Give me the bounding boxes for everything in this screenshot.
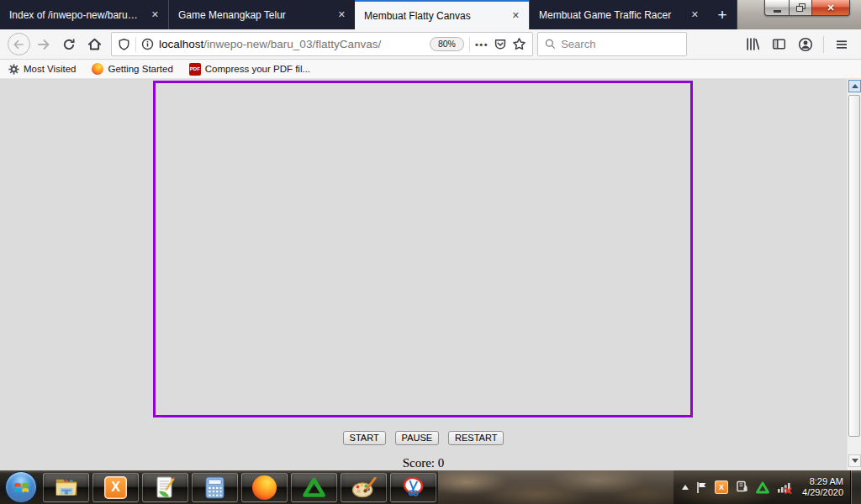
power-plug-icon[interactable] [736, 480, 748, 494]
tab-strip: Index of /inwepo-new/baru_03 ✕ Game Mena… [0, 0, 861, 29]
hamburger-icon [835, 38, 848, 51]
windows-taskbar: X X 8:29 AM 4/29/ [0, 470, 861, 504]
tab-close-icon[interactable]: ✕ [510, 9, 522, 22]
minimize-icon [774, 10, 781, 13]
tab-close-icon[interactable]: ✕ [689, 8, 701, 21]
taskbar-notepadpp-button[interactable] [142, 473, 188, 502]
explorer-folder-icon [54, 476, 79, 498]
xampp-tray-icon[interactable]: X [715, 480, 728, 494]
bookmark-label: Compress your PDF fil... [205, 64, 310, 74]
start-button-orb[interactable] [5, 471, 37, 503]
url-host: localhost [159, 38, 203, 50]
network-no-connection-icon[interactable] [777, 481, 792, 494]
calculator-icon [205, 476, 224, 499]
firefox-icon [252, 475, 277, 500]
restore-button[interactable] [789, 0, 812, 16]
sidebar-icon [772, 37, 786, 51]
tab-membuat-game-traffic-racer[interactable]: Membuat Game Traffic Racer ✕ [529, 0, 708, 29]
taskbar-explorer-button[interactable] [43, 473, 89, 502]
reload-icon [62, 38, 76, 51]
titlebar: ✕ [737, 0, 861, 29]
url-bar[interactable]: localhost/inwepo-new/baru_03/flattyCanva… [111, 32, 533, 56]
taskbar-drive-button[interactable] [291, 473, 337, 502]
minimize-button[interactable] [764, 0, 789, 16]
new-tab-button[interactable]: + [708, 0, 737, 29]
restart-button[interactable]: RESTART [448, 431, 504, 445]
taskbar-firefox-button[interactable] [241, 473, 288, 502]
tab-close-icon[interactable]: ✕ [335, 8, 348, 21]
show-hidden-icons-icon[interactable] [682, 485, 689, 490]
pdf-icon: PDF [189, 63, 201, 76]
game-controls: START PAUSE RESTART [0, 431, 847, 445]
start-button[interactable]: START [343, 431, 386, 445]
browser-window: Index of /inwepo-new/baru_03 ✕ Game Mena… [0, 0, 861, 504]
scroll-down-button[interactable] [848, 454, 861, 467]
pocket-icon [494, 38, 507, 51]
scroll-up-button[interactable] [848, 80, 861, 92]
tab-membuat-flatty-canvas-active[interactable]: Membuat Flatty Canvas ✕ [355, 0, 529, 29]
bookmarks-toolbar: Most Visited Getting Started PDF Compres… [0, 60, 861, 79]
clock-time: 8:29 AM [802, 476, 843, 487]
search-icon [545, 38, 556, 50]
pause-button[interactable]: PAUSE [395, 431, 439, 445]
library-button[interactable] [738, 32, 765, 57]
gear-icon [8, 64, 19, 75]
tab-title: Game Menangkap Telur [178, 9, 329, 21]
action-center-flag-icon[interactable] [696, 481, 707, 494]
drive-triangle-icon [303, 477, 325, 498]
page-content: START PAUSE RESTART Score: 0 [0, 79, 861, 470]
bookmark-label: Most Visited [24, 64, 76, 74]
toolbar-right-icons [738, 32, 855, 57]
forward-button[interactable] [31, 32, 56, 57]
restore-icon [796, 3, 806, 12]
library-icon [745, 37, 759, 51]
home-button[interactable] [82, 32, 107, 57]
taskbar-calculator-button[interactable] [192, 473, 238, 502]
taskbar-paint-button[interactable] [341, 473, 387, 502]
menu-button[interactable] [828, 32, 855, 57]
url-path: /inwepo-new/baru_03/flattyCanvas/ [203, 38, 381, 50]
search-bar[interactable] [537, 32, 687, 56]
divider [469, 37, 470, 52]
taskbar-xampp-button[interactable]: X [92, 473, 139, 502]
navigation-toolbar: localhost/inwepo-new/baru_03/flattyCanva… [0, 29, 861, 60]
drive-tray-icon[interactable] [756, 481, 769, 494]
search-input[interactable] [561, 38, 679, 50]
bookmark-getting-started[interactable]: Getting Started [92, 63, 172, 75]
firefox-icon [92, 63, 103, 75]
system-tray: X 8:29 AM 4/29/2020 [673, 470, 850, 504]
account-button[interactable] [792, 32, 819, 57]
tab-game-menangkap-telur[interactable]: Game Menangkap Telur ✕ [168, 0, 355, 29]
paint-palette-icon [351, 476, 377, 499]
shield-icon [118, 38, 130, 51]
sidebar-button[interactable] [765, 32, 792, 57]
tab-index-of-baru03[interactable]: Index of /inwepo-new/baru_03 ✕ [0, 0, 168, 29]
vertical-scrollbar[interactable] [847, 79, 861, 470]
scrollbar-thumb[interactable] [848, 95, 860, 437]
site-info-icon [141, 38, 154, 50]
show-desktop-button[interactable] [850, 470, 861, 504]
down-arrow-icon [852, 459, 858, 463]
game-canvas[interactable] [153, 81, 693, 417]
back-icon [8, 33, 30, 55]
taskbar-clock[interactable]: 8:29 AM 4/29/2020 [802, 476, 843, 498]
bookmark-most-visited[interactable]: Most Visited [8, 64, 76, 75]
account-icon [798, 37, 813, 52]
bookmark-compress-pdf[interactable]: PDF Compress your PDF fil... [189, 63, 310, 76]
back-button[interactable] [6, 32, 31, 57]
forward-icon [37, 38, 50, 51]
snipping-tool-icon [401, 475, 425, 499]
taskbar-snipping-tool-button[interactable] [390, 473, 436, 502]
zoom-level-badge[interactable]: 80% [430, 37, 464, 51]
tab-title: Membuat Flatty Canvas [364, 10, 503, 22]
up-arrow-icon [852, 84, 858, 88]
reload-button[interactable] [56, 32, 82, 57]
close-window-button[interactable]: ✕ [812, 0, 850, 16]
xampp-icon: X [104, 476, 127, 499]
bookmark-star-icon [512, 37, 526, 51]
page-actions-icon[interactable]: ••• [475, 39, 489, 50]
home-icon [87, 37, 102, 51]
clock-date: 4/29/2020 [802, 487, 843, 498]
window-controls: ✕ [764, 0, 850, 16]
tab-close-icon[interactable]: ✕ [149, 8, 161, 21]
